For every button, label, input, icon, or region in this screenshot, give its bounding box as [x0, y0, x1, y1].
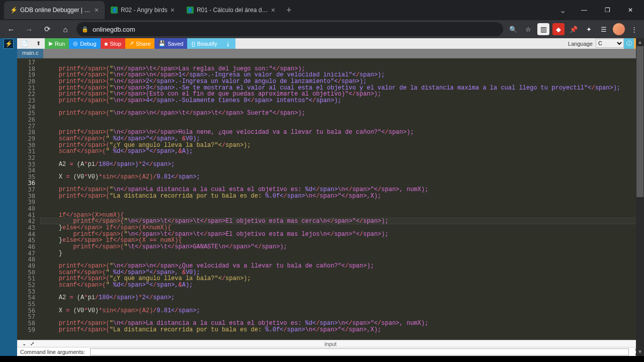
forward-button[interactable]: →	[22, 22, 36, 36]
code-editor[interactable]: 1718192021222324252627282930313233343536…	[17, 58, 644, 340]
address-bar: ← → ⟳ ⌂ 🔒 onlinegdb.com 🔍 ☆ ▥ ◆ 📌 ✦ ☰ ⋮	[0, 20, 644, 38]
target-icon: ◎	[73, 40, 78, 47]
beautify-button[interactable]: {}Beautify	[187, 38, 221, 49]
language-label: Language	[565, 38, 596, 49]
kebab-menu-icon[interactable]: ⋮	[628, 23, 640, 35]
bolt-icon: ⚡	[10, 7, 17, 14]
file-icon: 📄	[21, 40, 28, 47]
debug-button[interactable]: ◎Debug	[69, 38, 100, 49]
close-icon[interactable]: ×	[171, 6, 175, 14]
window-controls: ⌄ ― ❐ ✕	[553, 3, 644, 18]
page-scrollbar-thumb[interactable]	[636, 46, 643, 197]
language-select[interactable]: C	[596, 39, 624, 48]
run-button[interactable]: ▶Run	[45, 38, 69, 49]
file-tab-main[interactable]: main.c	[17, 49, 43, 58]
cmdline-label: Command line arguments:	[20, 349, 85, 355]
back-button[interactable]: ←	[4, 22, 18, 36]
left-rail	[0, 49, 17, 356]
code-content[interactable]: printf</span>("\n</span>\t</span>Las reg…	[40, 58, 644, 340]
app-logo-icon[interactable]: ⚡	[4, 39, 14, 49]
reading-list-icon[interactable]: ☰	[598, 23, 610, 35]
extensions-icon[interactable]: ✦	[583, 23, 595, 35]
save-button[interactable]: 💾Saved	[154, 38, 187, 49]
stop-icon: ■	[105, 41, 108, 47]
calendar-extension-icon[interactable]: ▥	[537, 23, 549, 35]
scroll-down-icon[interactable]: ▼	[636, 348, 644, 356]
scroll-up-icon[interactable]: ▲	[636, 38, 644, 46]
chevron-down-icon[interactable]: ⌄	[20, 341, 28, 346]
app-frame: ⚡ 📄 ⬆ ▶Run ◎Debug ■Stop ↗Share 💾Saved {}…	[0, 38, 644, 356]
classroom-icon: 👤	[187, 7, 194, 14]
page-scrollbar: ▲ ▼	[636, 38, 644, 356]
stop-button[interactable]: ■Stop	[101, 38, 125, 49]
line-gutter: 1718192021222324252627282930313233343536…	[17, 58, 40, 340]
minimize-button[interactable]: ―	[574, 3, 595, 18]
share-icon: ↗	[129, 40, 134, 47]
tab-strip: ⚡ GDB online Debugger | Compiler × 👤 R02…	[4, 1, 553, 19]
home-button[interactable]: ⌂	[58, 22, 72, 36]
run-label: Run	[55, 41, 65, 47]
extension-icons: 🔍 ☆ ▥ ◆ 📌 ✦ ☰ ⋮	[507, 23, 640, 35]
url-text: onlinegdb.com	[93, 26, 135, 33]
cmdline-row: Command line arguments: ▲▼	[17, 347, 644, 356]
new-file-button[interactable]: 📄	[17, 38, 32, 49]
new-tab-button[interactable]: +	[281, 1, 297, 19]
url-bar[interactable]: 🔒 onlinegdb.com	[76, 22, 503, 36]
zoom-icon[interactable]: 🔍	[507, 23, 519, 35]
tab-title: R02 - Angry birds	[121, 7, 168, 14]
stop-label: Stop	[110, 41, 121, 47]
app-toolbar: ⚡ 📄 ⬆ ▶Run ◎Debug ■Stop ↗Share 💾Saved {}…	[0, 38, 644, 49]
reload-button[interactable]: ⟳	[40, 22, 54, 36]
bookmark-icon[interactable]: ☆	[522, 23, 534, 35]
save-icon: 💾	[158, 40, 166, 47]
maximize-button[interactable]: ❐	[597, 3, 618, 18]
debug-label: Debug	[80, 41, 96, 47]
input-panel-header[interactable]: ⌄ ⤢ input	[17, 340, 644, 347]
share-button[interactable]: ↗Share	[125, 38, 154, 49]
tab-title: R01 - Cálculo del área de un pol	[197, 7, 268, 14]
play-icon: ▶	[49, 40, 53, 47]
info-button[interactable]: ⓘ	[624, 38, 634, 49]
close-icon[interactable]: ×	[95, 6, 99, 14]
panel-title: input	[325, 341, 337, 347]
file-tab-strip: main.c	[17, 49, 644, 58]
download-icon: ⭳	[225, 41, 231, 47]
browser-tab-0[interactable]: ⚡ GDB online Debugger | Compiler ×	[4, 1, 105, 19]
braces-icon: {}	[191, 41, 195, 47]
download-button[interactable]: ⭳	[221, 38, 235, 49]
lock-icon: 🔒	[82, 26, 89, 33]
cmdline-input[interactable]	[90, 348, 629, 355]
expand-icon[interactable]: ⤢	[28, 341, 36, 346]
profile-avatar[interactable]	[613, 23, 625, 35]
browser-tab-2[interactable]: 👤 R01 - Cálculo del área de un pol ×	[181, 1, 281, 19]
beautify-label: Beautify	[197, 41, 217, 47]
upload-button[interactable]: ⬆	[32, 38, 45, 49]
close-icon[interactable]: ×	[271, 6, 275, 14]
adblock-extension-icon[interactable]: ◆	[552, 23, 565, 35]
chevron-down-icon[interactable]: ⌄	[553, 6, 572, 15]
browser-tab-1[interactable]: 👤 R02 - Angry birds ×	[105, 1, 181, 19]
saved-label: Saved	[168, 41, 183, 47]
pin-extension-icon[interactable]: 📌	[568, 23, 580, 35]
browser-titlebar: ⚡ GDB online Debugger | Compiler × 👤 R02…	[0, 0, 644, 20]
upload-icon: ⬆	[36, 40, 41, 47]
close-button[interactable]: ✕	[620, 3, 641, 18]
tab-title: GDB online Debugger | Compiler	[20, 7, 92, 14]
share-label: Share	[136, 41, 150, 47]
classroom-icon: 👤	[111, 7, 118, 14]
